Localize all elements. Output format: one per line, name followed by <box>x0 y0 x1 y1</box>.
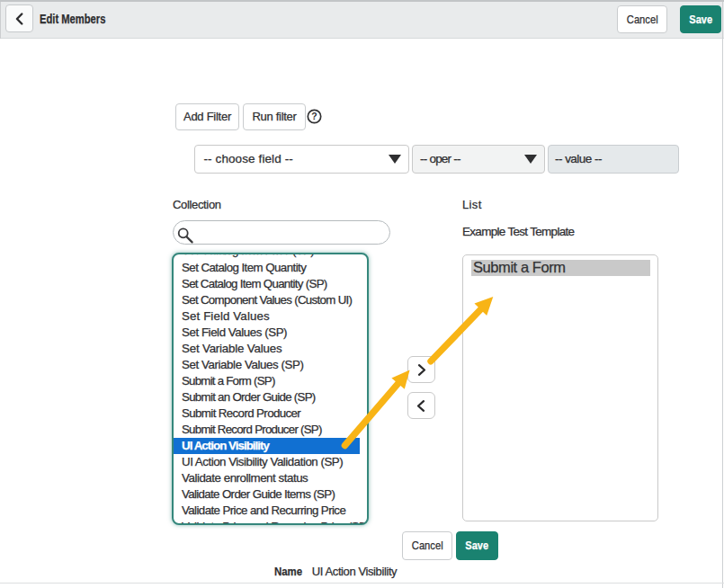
svg-text:?: ? <box>311 111 317 121</box>
